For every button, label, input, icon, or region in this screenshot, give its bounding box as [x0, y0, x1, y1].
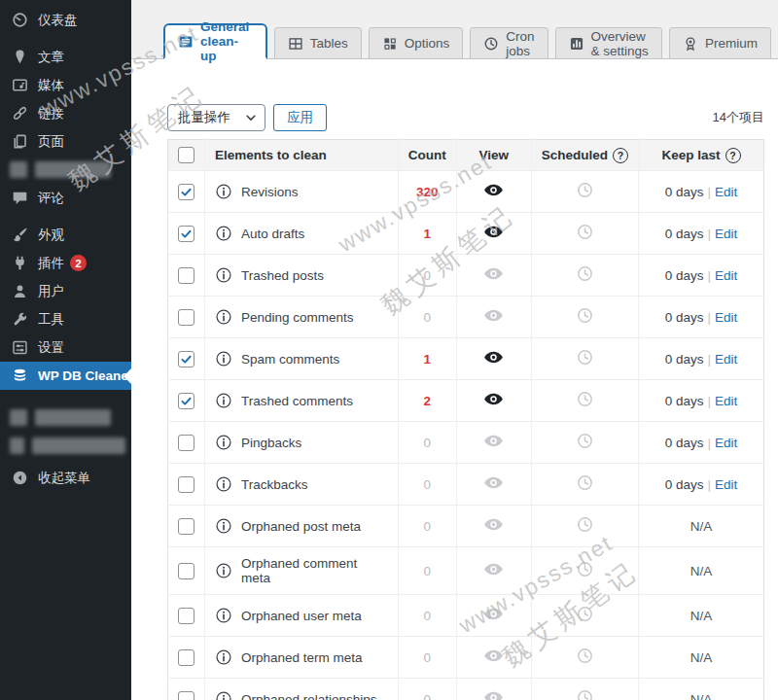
row-checkbox[interactable] [178, 393, 194, 409]
info-icon[interactable] [215, 308, 232, 326]
eye-icon[interactable] [483, 222, 504, 242]
row-checkbox[interactable] [178, 309, 194, 326]
clean-up-panel: 批量操作应用14个项目 Elements to cleanCountViewSc… [131, 104, 778, 700]
keep-last-value: N/A [690, 650, 713, 665]
sidebar-item-blurred-item-2[interactable] [0, 403, 131, 432]
row-checkbox[interactable] [178, 691, 194, 700]
info-icon[interactable] [215, 183, 232, 200]
clock-icon[interactable] [576, 432, 594, 450]
help-icon[interactable]: ? [725, 148, 741, 163]
eye-icon[interactable] [483, 389, 504, 409]
info-icon[interactable] [215, 434, 232, 451]
clock-icon[interactable] [576, 647, 594, 665]
eye-icon[interactable] [483, 604, 504, 624]
info-icon[interactable] [215, 392, 232, 409]
select-all-checkbox[interactable] [178, 147, 194, 163]
info-icon[interactable] [215, 690, 232, 700]
eye-icon[interactable] [483, 687, 504, 700]
row-checkbox[interactable] [178, 184, 194, 200]
row-checkbox[interactable] [178, 476, 194, 493]
separator: | [704, 477, 716, 492]
count-value: 1 [423, 352, 431, 367]
help-icon[interactable]: ? [613, 148, 628, 163]
keep-last-value: 0 days [665, 394, 704, 408]
edit-link[interactable]: Edit [715, 185, 737, 199]
row-checkbox[interactable] [178, 267, 194, 284]
sidebar-item-settings[interactable]: 设置 [0, 333, 131, 362]
row-checkbox[interactable] [178, 518, 194, 535]
clock-icon[interactable] [576, 473, 594, 492]
tab-general-clean-up[interactable]: General clean-up [163, 23, 267, 59]
tab-overview-settings[interactable]: Overview & settings [555, 27, 662, 59]
clock-icon[interactable] [576, 348, 594, 367]
sidebar-item-posts[interactable]: 文章 [0, 43, 131, 71]
sidebar-item-links[interactable]: 链接 [0, 99, 131, 127]
clock-icon[interactable] [576, 306, 594, 325]
edit-link[interactable]: Edit [715, 436, 737, 450]
clock-icon[interactable] [576, 605, 594, 623]
sidebar-item-plugins[interactable]: 插件2 [0, 249, 131, 277]
eye-icon[interactable] [483, 646, 504, 666]
eye-icon[interactable] [483, 347, 504, 368]
row-checkbox[interactable] [178, 435, 194, 451]
count-value: 0 [423, 692, 431, 700]
row-checkbox[interactable] [178, 226, 194, 242]
edit-link[interactable]: Edit [715, 477, 737, 492]
table-row: Orphaned relationships0N/A [168, 679, 764, 700]
clock-icon[interactable] [576, 223, 594, 241]
info-icon[interactable] [215, 350, 232, 368]
tab-premium[interactable]: Premium [669, 27, 771, 59]
eye-icon[interactable] [483, 305, 504, 326]
menu-label: WP DB Cleaner [38, 368, 133, 383]
info-icon[interactable] [215, 648, 232, 666]
count-value: 1 [423, 227, 431, 241]
edit-link[interactable]: Edit [715, 227, 737, 241]
clock-icon[interactable] [576, 264, 594, 283]
comment-icon [10, 189, 29, 208]
sidebar-item-pages[interactable]: 页面 [0, 127, 131, 156]
sidebar-item-collapse-menu[interactable]: 收起菜单 [0, 464, 131, 492]
eye-icon[interactable] [483, 180, 504, 200]
row-checkbox[interactable] [178, 649, 194, 666]
tab-options[interactable]: Options [369, 27, 464, 59]
eye-icon[interactable] [483, 472, 504, 493]
eye-icon[interactable] [483, 514, 504, 535]
sidebar-item-dashboard[interactable]: 仪表盘 [0, 6, 131, 34]
row-checkbox[interactable] [178, 351, 194, 368]
edit-link[interactable]: Edit [715, 352, 737, 367]
info-icon[interactable] [215, 225, 232, 242]
sidebar-item-wp-db-cleaner[interactable]: WP DB Cleaner [0, 362, 131, 390]
eye-icon[interactable] [483, 559, 504, 579]
edit-link[interactable]: Edit [715, 310, 737, 325]
clock-icon[interactable] [576, 688, 594, 700]
tab-tables[interactable]: Tables [274, 27, 362, 59]
edit-link[interactable]: Edit [715, 394, 737, 408]
info-icon[interactable] [215, 517, 232, 535]
apply-button[interactable]: 应用 [273, 104, 327, 131]
info-icon[interactable] [215, 475, 232, 493]
eye-icon[interactable] [483, 263, 504, 284]
info-icon[interactable] [215, 562, 232, 579]
sidebar-item-blurred-item-1[interactable] [0, 156, 131, 184]
tab-cron-jobs[interactable]: Cron jobs [470, 27, 548, 59]
clock-icon[interactable] [576, 181, 594, 199]
elements-to-clean-table: Elements to cleanCountViewScheduled?Keep… [167, 139, 764, 700]
eye-icon[interactable] [483, 431, 504, 451]
sidebar-item-media[interactable]: 媒体 [0, 71, 131, 99]
bulk-actions-select[interactable]: 批量操作 [167, 104, 265, 131]
info-icon[interactable] [215, 607, 232, 624]
row-checkbox[interactable] [178, 563, 194, 579]
sidebar-item-appearance[interactable]: 外观 [0, 221, 131, 249]
sidebar-item-users[interactable]: 用户 [0, 277, 131, 305]
clock-icon[interactable] [576, 560, 594, 578]
element-label: Orphaned comment meta [241, 556, 388, 585]
row-checkbox[interactable] [178, 608, 194, 624]
sidebar-item-blurred-item-3[interactable] [0, 432, 131, 460]
edit-link[interactable]: Edit [715, 268, 737, 283]
sidebar-item-comments[interactable]: 评论 [0, 184, 131, 212]
clock-icon[interactable] [576, 390, 594, 408]
sidebar-item-tools[interactable]: 工具 [0, 305, 131, 333]
element-label: Revisions [241, 185, 299, 199]
info-icon[interactable] [215, 266, 232, 284]
clock-icon[interactable] [576, 515, 594, 534]
